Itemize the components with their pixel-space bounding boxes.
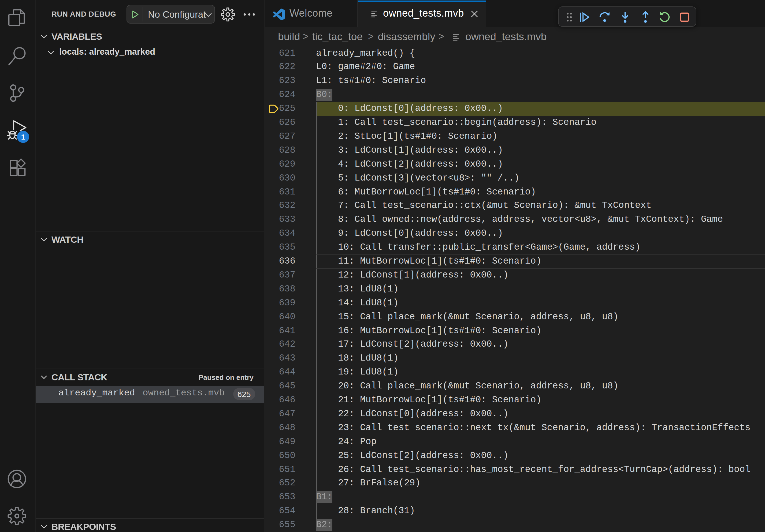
svg-text:1: 1 bbox=[21, 133, 25, 141]
